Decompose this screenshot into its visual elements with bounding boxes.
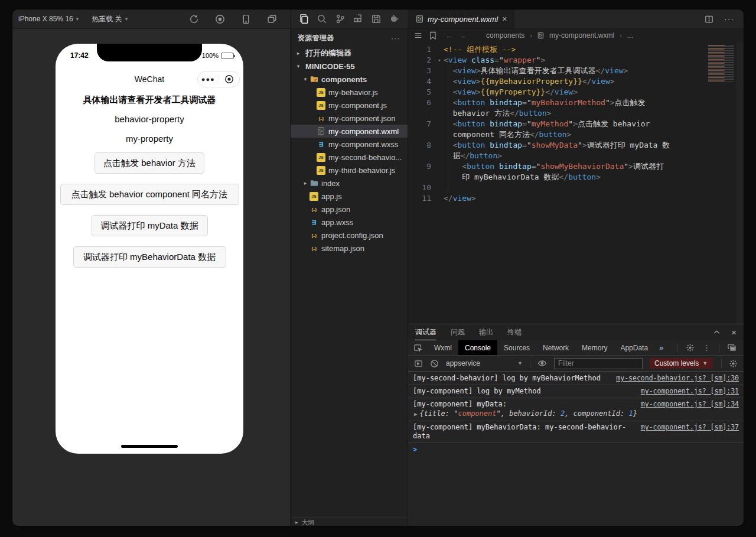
refresh-icon[interactable] [189,14,199,24]
chevron-down-icon[interactable]: ▾ [301,76,309,82]
close-icon[interactable]: × [502,15,507,23]
console-source-link[interactable]: my-component.js? [sm]:37 [641,423,739,432]
mini-program-button[interactable]: 调试器打印 myData 数据 [92,215,208,236]
extensions-icon[interactable] [353,14,363,24]
cascade-windows-icon[interactable] [267,14,277,24]
code-line[interactable]: 6<button bindtap="myBehaviorMethod">点击触发 [408,97,744,108]
hot-reload-selector[interactable]: 热重载 关 ▾ [92,14,128,24]
code-line[interactable]: 11</view> [408,193,744,204]
code-line[interactable]: 9<button bindtap="showMyBehaviorData">调试… [408,161,744,172]
code-line[interactable]: 5<view>{{myProperty}}</view> [408,87,744,97]
code-line[interactable]: 4<view>{{myBehaviorProperty}}</view> [408,76,744,87]
console-settings-gear-icon[interactable] [729,359,738,368]
home-indicator[interactable] [121,445,178,448]
panel-tab[interactable]: 调试器 [415,324,436,340]
collapse-panel-icon[interactable] [713,328,721,336]
console-filter-input[interactable] [554,358,643,369]
file-tree-item[interactable]: ▾components [291,73,408,86]
clear-console-icon[interactable] [430,359,439,368]
chevron-right-icon[interactable]: ▸ [294,50,302,56]
code-line[interactable]: 2▾<view class="wrapper"> [408,55,744,66]
source-control-icon[interactable] [335,14,346,24]
code-line[interactable]: 1<!-- 组件模板 --> [408,44,744,55]
console-source-link[interactable]: my-component.js? [sm]:31 [641,387,739,396]
close-capsule-icon[interactable] [219,74,240,84]
split-editor-icon[interactable] [705,15,713,24]
file-tree-item[interactable]: {..}app.json [291,203,408,216]
close-panel-icon[interactable]: × [731,327,737,337]
bookmark-icon[interactable] [429,31,436,40]
editor-scrollbar[interactable] [737,42,744,324]
code-line[interactable]: component 同名方法</button> [408,129,744,140]
forward-icon[interactable]: → [458,31,466,40]
file-tree-item[interactable]: JSmy-behavior.js [291,86,408,99]
code-line[interactable]: 10 [408,183,744,193]
more-menu-icon[interactable]: ●●● [198,76,219,83]
editor-tab[interactable]: my-component.wxml × [409,9,514,28]
teapot-icon[interactable] [389,14,400,24]
mini-program-button[interactable]: 点击触发 behavior 方法 [94,152,204,174]
file-tree-item[interactable]: app.wxss [291,216,408,229]
explorer-files-icon[interactable] [299,14,309,24]
devtools-tab-sources[interactable]: Sources [497,340,536,355]
devtools-tab-memory[interactable]: Memory [575,340,614,355]
context-selector[interactable]: appservice ▼ [446,359,523,367]
code-line[interactable]: 3<view>具体输出请查看开发者工具调试器</view> [408,66,744,76]
code-line[interactable]: 8<button bindtap="showMyData">调试器打印 myDa… [408,140,744,151]
devtools-settings-gear-icon[interactable] [686,343,695,352]
minimap[interactable] [708,45,735,82]
file-tree-item[interactable]: ▸index [291,177,408,190]
outline-list-icon[interactable] [414,31,422,40]
undock-icon[interactable] [728,343,737,352]
record-icon[interactable] [215,14,225,24]
more-tabs-icon[interactable]: » [654,343,668,352]
search-icon[interactable] [317,14,327,24]
file-tree-item[interactable]: JSapp.js [291,190,408,203]
file-tree-item[interactable]: ▾MINICODE-55 [291,60,408,73]
panel-tab[interactable]: 问题 [451,324,465,340]
file-tree-item[interactable]: {..}project.config.json [291,229,408,242]
console-source-link[interactable]: my-component.js? [sm]:34 [641,400,739,409]
inspect-element-icon[interactable] [408,343,428,352]
file-tree-item[interactable]: JSmy-third-behavior.js [291,164,408,177]
code-line[interactable]: behavior 方法</button> [408,108,744,119]
device-selector[interactable]: iPhone X 85% 16 ▾ [18,15,79,23]
code-line[interactable]: 据</button> [408,151,744,161]
chevron-right-icon[interactable]: ▸ [301,180,309,186]
file-tree-item[interactable]: my-component.wxml [291,125,408,138]
devtools-tab-console[interactable]: Console [458,340,497,355]
file-tree-item[interactable]: {..}sitemap.json [291,242,408,255]
console-source-link[interactable]: my-second-behavior.js? [sm]:30 [616,374,739,383]
capsule-button[interactable]: ●●● [197,71,240,87]
custom-levels-dropdown[interactable]: Custom levels ▼ [650,358,712,369]
save-icon[interactable] [371,14,382,24]
file-tree-item[interactable]: JSmy-second-behavio... [291,151,408,164]
file-tree-item[interactable]: JSmy-component.js [291,99,408,112]
phone-icon[interactable] [241,14,251,24]
file-tree-item[interactable]: {..}my-component.json [291,112,408,125]
console-sidebar-toggle-icon[interactable] [414,359,423,368]
outline-section[interactable]: ▸ 大纲 [291,518,408,526]
file-tree-item[interactable]: my-component.wxss [291,138,408,151]
code-editor[interactable]: 1<!-- 组件模板 -->2▾<view class="wrapper">3<… [408,42,744,324]
eye-icon[interactable] [537,359,547,368]
more-actions-icon[interactable]: ··· [724,14,734,24]
back-icon[interactable]: ← [445,31,453,40]
mini-program-button[interactable]: 点击触发 behavior component 同名方法 [60,184,239,205]
console-prompt[interactable]: > [408,443,744,456]
devtools-tab-appdata[interactable]: AppData [614,340,654,355]
panel-tab[interactable]: 输出 [479,324,493,340]
fold-chevron-icon[interactable]: ▾ [435,55,444,66]
breadcrumb-folder[interactable]: components [486,31,524,40]
panel-tab[interactable]: 终端 [507,324,522,340]
chevron-down-icon[interactable]: ▾ [294,63,302,69]
devtools-menu-dots-icon[interactable]: ⋮ [703,343,711,352]
breadcrumb-file[interactable]: my-component.wxml [549,31,614,40]
code-line[interactable]: 7<button bindtap="myMethod">点击触发 behavio… [408,119,744,129]
devtools-tab-wxml[interactable]: Wxml [428,340,458,355]
expand-arrow-icon[interactable]: ▶ [414,411,417,417]
code-line[interactable]: 印 myBehaviorData 数据</button> [408,172,744,183]
devtools-tab-network[interactable]: Network [536,340,575,355]
mini-program-button[interactable]: 调试器打印 myBehaviorData 数据 [73,246,226,268]
explorer-more-icon[interactable]: ··· [391,34,400,43]
